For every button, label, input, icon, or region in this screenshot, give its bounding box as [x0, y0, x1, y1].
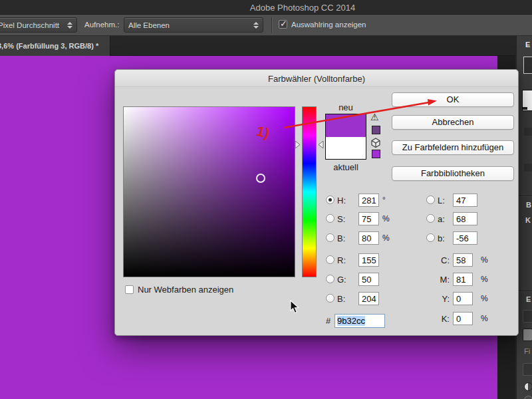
saturation-brightness-field[interactable] [123, 106, 295, 277]
s-input[interactable]: 75 [358, 212, 379, 225]
color-libraries-button[interactable]: Farbbibliotheken [392, 166, 514, 181]
r-radio[interactable] [326, 255, 334, 264]
r-input[interactable]: 155 [358, 253, 379, 267]
color-sample-marker[interactable] [256, 174, 265, 183]
b-rgb-label: B: [337, 294, 345, 304]
r-label: R: [337, 255, 346, 265]
cancel-button[interactable]: Abbrechen [392, 115, 514, 130]
hue-slider[interactable] [302, 106, 317, 277]
panel-icon [524, 164, 532, 172]
m-unit: % [481, 275, 488, 284]
hex-hash-label: # [326, 316, 331, 326]
adjustment-icon[interactable] [524, 382, 532, 391]
g-label: G: [337, 275, 346, 285]
c-label: C: [416, 255, 450, 265]
new-current-swatch[interactable] [325, 114, 366, 160]
mouse-cursor [290, 300, 300, 317]
panel-label: E [526, 295, 531, 303]
gamut-color-swatch[interactable] [372, 126, 380, 134]
h-radio[interactable] [326, 196, 334, 204]
b-hsb-unit: % [382, 233, 390, 243]
dropdown-spinner-icon [253, 22, 259, 29]
dropdown-spinner-icon [67, 22, 72, 29]
a-input[interactable]: 68 [453, 212, 477, 225]
ok-button[interactable]: OK [392, 92, 514, 107]
b-hsb-radio[interactable] [326, 233, 334, 242]
document-tab[interactable]: 3,6% (Farbfüllung 3, RGB/8) * [0, 36, 110, 56]
l-radio[interactable] [426, 196, 435, 204]
g-radio[interactable] [326, 275, 334, 283]
panel-label: E [525, 41, 530, 49]
m-input[interactable]: 81 [453, 273, 473, 286]
color-picker-dialog: Farbwähler (Volltonfarbe) neu aktuell ⚠ [114, 69, 519, 336]
panel-layer-thumbnail[interactable] [522, 90, 532, 111]
web-safe-cube-icon[interactable] [370, 138, 381, 151]
window-title: Adobe Photoshop CC 2014 [250, 3, 355, 13]
tool-preset-value: Pixel Durchschnitt [0, 21, 63, 29]
new-color-swatch [326, 114, 366, 137]
adjustment-icon[interactable] [524, 396, 532, 399]
sample-layers-dropdown[interactable]: Alle Ebenen [124, 17, 263, 33]
dialog-titlebar: Farbwähler (Volltonfarbe) [115, 70, 518, 87]
hue-slider-pointer-right[interactable] [318, 140, 324, 149]
b-hsb-label: B: [337, 233, 345, 243]
panel-label: Fi [524, 347, 530, 355]
l-input[interactable]: 47 [453, 194, 477, 207]
document-tabbar: 3,6% (Farbfüllung 3, RGB/8) * [0, 36, 515, 56]
panel-label: K [525, 216, 531, 224]
panel-label: B [526, 201, 531, 209]
photoshop-window: Adobe Photoshop CC 2014 Pixel Durchschni… [0, 0, 532, 399]
b-rgb-input[interactable]: 204 [358, 292, 379, 305]
l-label: L: [438, 196, 445, 205]
k-input[interactable]: 0 [453, 312, 473, 325]
c-unit: % [481, 255, 488, 265]
sampling-ring-label: Auswahlring anzeigen [291, 21, 366, 29]
panel-button[interactable] [523, 363, 532, 376]
tool-preset-dropdown[interactable]: Pixel Durchschnitt [0, 17, 77, 33]
s-unit: % [382, 214, 390, 223]
options-bar: Pixel Durchschnitt Aufnehm.: Alle Ebenen… [0, 15, 532, 36]
s-radio[interactable] [326, 214, 334, 223]
h-unit: ° [382, 196, 386, 205]
k-unit: % [481, 314, 488, 323]
sampling-ring-checkbox[interactable] [279, 20, 287, 29]
current-color-label: aktuell [325, 162, 366, 172]
web-safe-color-swatch[interactable] [372, 150, 380, 158]
h-label: H: [337, 196, 346, 205]
panel-button[interactable] [523, 310, 532, 323]
gamut-warning-icon[interactable]: ⚠ [370, 112, 381, 122]
add-to-swatches-button[interactable]: Zu Farbfeldern hinzufügen [392, 140, 514, 155]
y-input[interactable]: 0 [453, 292, 473, 305]
panel-button[interactable] [523, 57, 532, 74]
b-rgb-radio[interactable] [326, 294, 334, 303]
g-input[interactable]: 50 [358, 273, 379, 286]
b-lab-label: b: [438, 233, 445, 243]
m-label: M: [416, 275, 450, 285]
y-label: Y: [416, 294, 450, 304]
panel-divider [517, 291, 532, 291]
dialog-title: Farbwähler (Volltonfarbe) [115, 74, 518, 84]
current-color-swatch [326, 137, 366, 160]
c-input[interactable]: 58 [453, 253, 473, 267]
web-colors-checkbox[interactable] [125, 285, 134, 294]
s-label: S: [337, 214, 345, 224]
hue-slider-pointer-left[interactable] [295, 140, 301, 149]
toolbar-divider [271, 17, 272, 33]
sample-label: Aufnehm.: [84, 21, 119, 29]
k-label: K: [416, 314, 450, 324]
y-unit: % [481, 294, 488, 303]
sample-layers-value: Alle Ebenen [128, 21, 249, 29]
a-label: a: [438, 214, 445, 224]
window-titlebar: Adobe Photoshop CC 2014 [0, 0, 532, 15]
hex-input[interactable]: 9b32cc [334, 314, 385, 328]
b-lab-input[interactable]: -56 [453, 231, 477, 245]
panel-icon [524, 128, 532, 136]
b-hsb-input[interactable]: 80 [358, 231, 379, 245]
web-colors-label: Nur Webfarben anzeigen [138, 285, 233, 295]
panel-button[interactable] [523, 329, 532, 341]
b-lab-radio[interactable] [426, 233, 435, 242]
a-radio[interactable] [426, 214, 435, 223]
panel-divider [517, 196, 532, 196]
new-color-label: neu [325, 102, 366, 112]
h-input[interactable]: 281 [358, 194, 379, 207]
